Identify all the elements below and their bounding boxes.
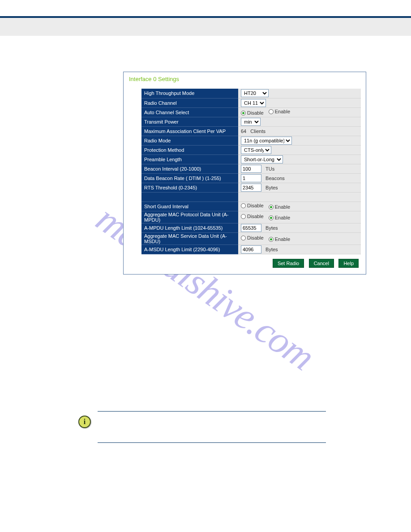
label-radio-mode: Radio Mode	[141, 136, 238, 145]
amsdu-len-unit: Bytes	[265, 247, 278, 252]
help-button[interactable]: Help	[338, 259, 359, 268]
set-radio-button[interactable]: Set Radio	[273, 259, 304, 268]
auto-channel-enable-radio[interactable]	[269, 109, 274, 114]
spacer-label	[141, 192, 238, 202]
ampdu-len-input[interactable]	[241, 224, 261, 232]
label-protection: Protection Method	[141, 145, 238, 154]
auto-channel-enable-label: Enable	[275, 109, 290, 114]
ampdu-enable-label: Enable	[275, 215, 290, 220]
label-dtim: Data Beacon Rate ( DTIM ) (1-255)	[141, 173, 238, 183]
rts-input[interactable]	[241, 184, 261, 192]
ampdu-enable-radio[interactable]	[269, 215, 274, 220]
top-band	[0, 18, 411, 36]
label-rts: RTS Threshold (0-2345)	[141, 183, 238, 192]
settings-panel: Interface 0 Settings High Throughput Mod…	[123, 72, 366, 275]
label-ht-mode: High Throughput Mode	[141, 89, 238, 98]
label-beacon: Beacon Interval (20-1000)	[141, 164, 238, 173]
label-tx-power: Transmit Power	[141, 117, 238, 126]
auto-channel-disable-radio[interactable]	[241, 111, 246, 116]
spacer-cell	[238, 192, 361, 202]
label-preamble: Preamble Length	[141, 154, 238, 164]
preamble-select[interactable]: Short-or-Long	[241, 155, 283, 163]
sgi-enable-label: Enable	[275, 204, 290, 210]
beacon-input[interactable]	[241, 165, 261, 173]
amsdu-enable-label: Enable	[275, 236, 290, 242]
sgi-disable-radio[interactable]	[241, 203, 246, 208]
label-amsdu-len: A-MSDU Length Limit (2290-4096)	[141, 245, 238, 254]
amsdu-disable-radio[interactable]	[241, 236, 246, 240]
note-rule-top	[98, 411, 326, 412]
ampdu-disable-label: Disable	[247, 214, 264, 219]
max-assoc-value: 64	[241, 129, 246, 134]
ampdu-len-unit: Bytes	[265, 225, 278, 231]
dtim-input[interactable]	[241, 174, 261, 182]
ht-mode-select[interactable]: HT20	[241, 89, 269, 97]
protection-select[interactable]: CTS-only	[241, 146, 271, 154]
tx-power-select[interactable]: min	[241, 118, 261, 126]
auto-channel-disable-label: Disable	[247, 110, 264, 116]
sgi-disable-label: Disable	[247, 203, 264, 208]
label-amsdu: Aggregate MAC Service Data Unit (A-MSDU)	[141, 232, 238, 245]
note-rule-bottom	[98, 442, 326, 443]
amsdu-disable-label: Disable	[247, 235, 264, 240]
label-sgi: Short Guard Interval	[141, 202, 238, 211]
label-max-assoc: Maximum Association Client Per VAP	[141, 126, 238, 136]
beacon-unit: TUs	[265, 166, 274, 172]
label-auto-channel: Auto Channel Select	[141, 107, 238, 117]
amsdu-enable-radio[interactable]	[269, 237, 274, 242]
rts-unit: Bytes	[265, 185, 278, 190]
amsdu-len-input[interactable]	[241, 245, 261, 253]
panel-title: Interface 0 Settings	[129, 76, 361, 82]
radio-channel-select[interactable]: CH 11	[241, 99, 266, 107]
info-icon: i	[78, 416, 91, 428]
dtim-unit: Beacons	[265, 176, 285, 181]
sgi-enable-radio[interactable]	[269, 205, 274, 210]
settings-table: High Throughput Mode HT20 Radio Channel …	[141, 89, 361, 254]
ampdu-disable-radio[interactable]	[241, 214, 246, 219]
max-assoc-unit: Clients	[250, 129, 265, 134]
label-radio-channel: Radio Channel	[141, 98, 238, 107]
button-row: Set Radio Cancel Help	[128, 259, 359, 268]
label-ampdu: Aggregate MAC Protocol Data Unit (A-MPDU…	[141, 211, 238, 223]
cancel-button[interactable]: Cancel	[309, 259, 334, 268]
radio-mode-select[interactable]: 11n (g compatible)	[241, 137, 292, 145]
label-ampdu-len: A-MPDU Length Limit (1024-65535)	[141, 223, 238, 232]
